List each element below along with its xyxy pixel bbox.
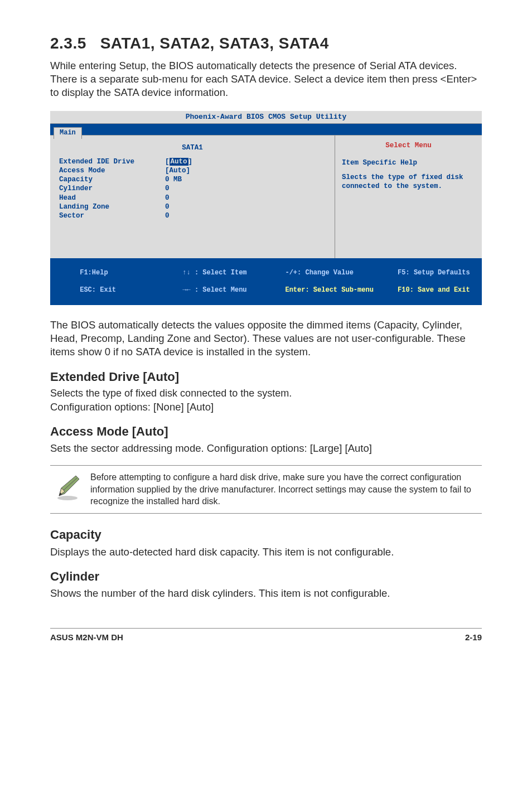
- bios-setting-row[interactable]: Extended IDE Drive[Auto]: [59, 157, 326, 166]
- footer-right: 2-19: [465, 632, 482, 643]
- access-mode-line1: Sets the sector addressing mode. Configu…: [50, 442, 482, 455]
- bios-setting-value: [Auto]: [165, 157, 192, 166]
- bios-setting-label: Capacity: [59, 175, 165, 184]
- bios-setting-row[interactable]: Head0: [59, 194, 326, 202]
- footer-enter-submenu: Enter: Select Sub-menu: [285, 286, 373, 294]
- pencil-icon: [54, 474, 81, 505]
- bios-setting-row[interactable]: Landing Zone0: [59, 202, 326, 211]
- page-footer: ASUS M2N-VM DH 2-19: [50, 628, 482, 643]
- bios-setting-label: Extended IDE Drive: [59, 157, 165, 166]
- capacity-body: Displays the auto-detected hard disk cap…: [50, 545, 482, 559]
- bios-setting-value: [Auto]: [165, 166, 190, 175]
- svg-point-0: [57, 496, 78, 500]
- bios-help-body: Slects the type of fixed disk connected …: [342, 173, 475, 191]
- extended-drive-line2: Configuration options: [None] [Auto]: [50, 400, 482, 414]
- bios-window-title: Phoenix-Award BIOS CMOS Setup Utility: [50, 111, 482, 124]
- bios-setting-label: Head: [59, 194, 165, 202]
- bios-setting-row[interactable]: Capacity0 MB: [59, 175, 326, 184]
- extended-drive-heading: Extended Drive [Auto]: [50, 369, 482, 385]
- footer-change-value: -/+: Change Value: [285, 269, 353, 277]
- bios-right-panel: Select Menu Item Specific Help Slects th…: [335, 136, 482, 258]
- note-text: Before attempting to configure a hard di…: [90, 471, 478, 508]
- section-heading: 2.3.5 SATA1, SATA2, SATA3, SATA4: [50, 33, 482, 54]
- bios-setting-value: 0: [165, 184, 170, 193]
- bios-right-header: Select Menu: [342, 141, 475, 150]
- footer-save-exit: F10: Save and Exit: [398, 286, 470, 294]
- footer-setup-defaults: F5: Setup Defaults: [398, 269, 470, 277]
- section-title: SATA1, SATA2, SATA3, SATA4: [100, 35, 329, 52]
- footer-select-menu: →← : Select Menu: [182, 286, 246, 294]
- footer-exit: ESC: Exit: [80, 286, 116, 294]
- capacity-heading: Capacity: [50, 527, 482, 543]
- footer-left: ASUS M2N-VM DH: [50, 632, 123, 643]
- cylinder-heading: Cylinder: [50, 569, 482, 585]
- cylinder-body: Shows the number of the hard disk cylind…: [50, 587, 482, 600]
- section-intro: While entering Setup, the BIOS automatic…: [50, 59, 482, 99]
- bios-body: SATA1 Extended IDE Drive[Auto]Access Mod…: [50, 135, 482, 258]
- bios-setting-label: Access Mode: [59, 166, 165, 175]
- section-number: 2.3.5: [50, 35, 86, 52]
- bios-setting-value: 0: [165, 211, 170, 220]
- footer-help: F1:Help: [80, 269, 108, 277]
- bios-tab-main[interactable]: Main: [54, 127, 82, 139]
- extended-drive-line1: Selects the type of fixed disk connected…: [50, 387, 482, 400]
- bios-setting-row[interactable]: Cylinder0: [59, 184, 326, 193]
- bios-setting-label: Landing Zone: [59, 202, 165, 211]
- bios-help-title: Item Specific Help: [342, 158, 475, 167]
- bios-setting-value: 0 MB: [165, 175, 182, 184]
- access-mode-heading: Access Mode [Auto]: [50, 424, 482, 440]
- bios-left-panel: SATA1 Extended IDE Drive[Auto]Access Mod…: [50, 136, 335, 258]
- after-bios-text: The BIOS automatically detects the value…: [50, 318, 482, 359]
- bios-setting-label: Sector: [59, 211, 165, 220]
- note-box: Before attempting to configure a hard di…: [50, 465, 482, 514]
- footer-select-item: ↑↓ : Select Item: [182, 269, 246, 277]
- bios-window: Phoenix-Award BIOS CMOS Setup Utility Ma…: [50, 111, 482, 306]
- bios-setting-label: Cylinder: [59, 184, 165, 193]
- bios-left-header: SATA1: [59, 141, 326, 157]
- bios-setting-value: 0: [165, 202, 170, 211]
- bios-setting-value: 0: [165, 194, 170, 202]
- bios-tab-row: Main: [50, 124, 482, 135]
- bios-setting-row[interactable]: Access Mode[Auto]: [59, 166, 326, 175]
- bios-setting-row[interactable]: Sector0: [59, 211, 326, 220]
- bios-footer: F1:Help ESC: Exit ↑↓ : Select Item →← : …: [50, 258, 482, 305]
